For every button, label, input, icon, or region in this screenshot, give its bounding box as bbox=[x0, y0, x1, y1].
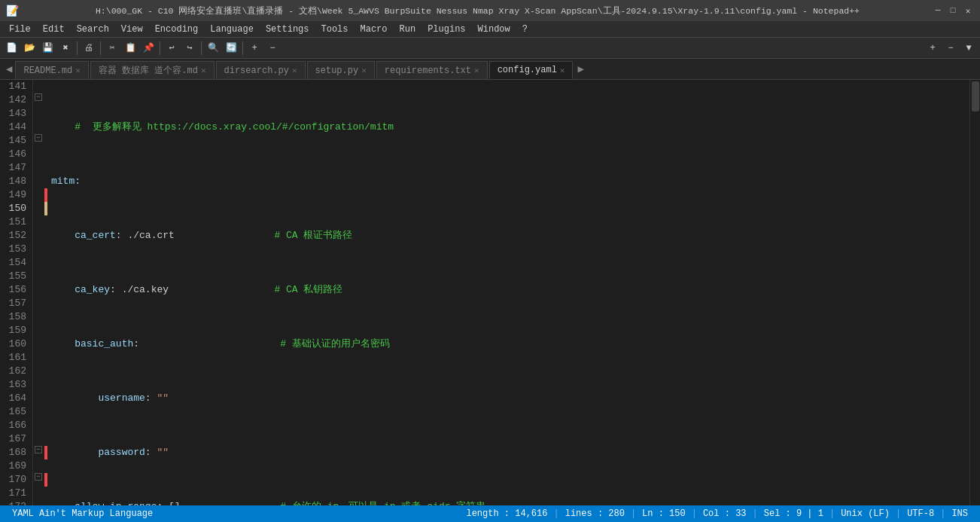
fold-marker-proxy-header[interactable]: − bbox=[35, 473, 42, 481]
menu-item-view[interactable]: View bbox=[115, 23, 149, 36]
chevron-down-button[interactable]: ▼ bbox=[960, 40, 977, 56]
tab-container-close[interactable]: ✕ bbox=[201, 66, 206, 75]
find-button[interactable]: 🔍 bbox=[205, 40, 221, 56]
tab-readme-close[interactable]: ✕ bbox=[75, 66, 81, 75]
maximize-button[interactable]: □ bbox=[947, 5, 959, 17]
code-editor[interactable]: # 更多解释见 https://docs.xray.cool/#/configr… bbox=[48, 80, 969, 505]
close-all-button[interactable]: ✖ bbox=[57, 40, 74, 56]
zoom-out-button[interactable]: − bbox=[264, 40, 281, 56]
tab-setup[interactable]: setup.py ✕ bbox=[307, 61, 375, 79]
statusbar: YAML Ain't Markup Language length : 14,6… bbox=[0, 505, 980, 522]
code-line-147: password: "" bbox=[51, 446, 966, 459]
line-num-157: 157 bbox=[6, 297, 26, 310]
fold-marker-mitm[interactable]: − bbox=[35, 93, 42, 101]
undo-button[interactable]: ↩ bbox=[163, 40, 180, 56]
replace-button[interactable]: 🔄 bbox=[223, 40, 239, 56]
menu-item-macro[interactable]: Macro bbox=[355, 23, 394, 36]
fold-marker-queue[interactable]: − bbox=[35, 446, 42, 453]
line-num-141: 141 bbox=[6, 80, 26, 93]
status-lang[interactable]: YAML Ain't Markup Language bbox=[6, 508, 159, 519]
menu-item-run[interactable]: Run bbox=[394, 23, 422, 36]
scrollbar-thumb[interactable] bbox=[972, 81, 979, 111]
menu-item-search[interactable]: Search bbox=[71, 23, 115, 36]
print-button[interactable]: 🖨 bbox=[81, 40, 97, 56]
code-line-141: # 更多解释见 https://docs.xray.cool/#/configr… bbox=[51, 121, 966, 134]
line-num-168: 168 bbox=[6, 446, 26, 459]
save-button[interactable]: 💾 bbox=[39, 40, 56, 56]
line-num-169: 169 bbox=[6, 459, 26, 473]
line-num-151: 151 bbox=[6, 215, 26, 229]
menu-item-encoding[interactable]: Encoding bbox=[149, 23, 205, 36]
tab-requirements[interactable]: requirements.txt ✕ bbox=[376, 61, 488, 79]
tab-config-label: config.yaml bbox=[498, 65, 557, 75]
change-bar-168 bbox=[44, 446, 47, 459]
zoom-in-button[interactable]: + bbox=[246, 40, 263, 56]
copy-button[interactable]: 📋 bbox=[122, 40, 138, 56]
line-num-143: 143 bbox=[6, 107, 26, 121]
line-num-142: 142 bbox=[6, 93, 26, 107]
toolbar-separator-4 bbox=[201, 41, 202, 55]
tab-setup-close[interactable]: ✕ bbox=[361, 66, 367, 75]
line-num-170: 170 bbox=[6, 473, 26, 487]
toolbar-separator-3 bbox=[160, 41, 160, 55]
menu-item-file[interactable]: File bbox=[3, 23, 37, 36]
status-encoding[interactable]: UTF-8 bbox=[901, 508, 940, 519]
tab-requirements-label: requirements.txt bbox=[385, 66, 471, 76]
cut-button[interactable]: ✂ bbox=[104, 40, 120, 56]
tab-readme[interactable]: README.md ✕ bbox=[15, 61, 88, 79]
tab-container[interactable]: 容器 数据库 道个容.md ✕ bbox=[90, 61, 215, 79]
status-lines[interactable]: lines : 280 bbox=[559, 508, 631, 519]
minimize-button[interactable]: ─ bbox=[932, 5, 944, 17]
fold-column: − − − − bbox=[33, 80, 44, 505]
tab-scroll-left[interactable]: ◀ bbox=[3, 63, 15, 75]
tab-dirsearch-label: dirsearch.py bbox=[224, 66, 289, 76]
line-num-167: 167 bbox=[6, 432, 26, 446]
status-sel[interactable]: Sel : 9 | 1 bbox=[758, 508, 829, 519]
menu-item-language[interactable]: Language bbox=[204, 23, 260, 36]
line-num-144: 144 bbox=[6, 121, 26, 134]
menu-item-tools[interactable]: Tools bbox=[315, 23, 354, 36]
titlebar: 📝 H:\000_GK - C10 网络安全直播班\直播录播 - 文档\Week… bbox=[0, 0, 980, 21]
tab-config-close[interactable]: ✕ bbox=[560, 66, 565, 75]
line-num-158: 158 bbox=[6, 310, 26, 324]
menu-item-settings[interactable]: Settings bbox=[260, 23, 315, 36]
menu-item-edit[interactable]: Edit bbox=[37, 23, 71, 36]
vertical-scrollbar[interactable] bbox=[969, 80, 980, 505]
line-num-147: 147 bbox=[6, 161, 26, 175]
plus-button[interactable]: + bbox=[924, 40, 941, 56]
paste-button[interactable]: 📌 bbox=[140, 40, 157, 56]
line-num-161: 161 bbox=[6, 351, 26, 365]
menu-item-plugins[interactable]: Plugins bbox=[422, 23, 471, 36]
tab-setup-label: setup.py bbox=[315, 66, 359, 76]
menu-item-?[interactable]: ? bbox=[516, 23, 534, 36]
status-length[interactable]: length : 14,616 bbox=[460, 508, 553, 519]
tab-dirsearch-close[interactable]: ✕ bbox=[292, 66, 297, 75]
tab-config[interactable]: config.yaml ✕ bbox=[489, 61, 574, 79]
line-num-162: 162 bbox=[6, 365, 26, 378]
status-unix[interactable]: Unix (LF) bbox=[835, 508, 896, 519]
titlebar-icon: 📝 bbox=[6, 5, 19, 17]
minus-button[interactable]: − bbox=[942, 40, 959, 56]
line-num-145: 145 bbox=[6, 134, 26, 148]
tab-requirements-close[interactable]: ✕ bbox=[474, 66, 479, 75]
new-file-button[interactable]: 📄 bbox=[3, 40, 20, 56]
code-line-145: basic_auth: # 基础认证的用户名密码 bbox=[51, 337, 966, 351]
status-col[interactable]: Col : 33 bbox=[697, 508, 753, 519]
fold-marker-basic[interactable]: − bbox=[35, 134, 42, 142]
window-title: H:\000_GK - C10 网络安全直播班\直播录播 - 文档\Week 5… bbox=[23, 5, 932, 17]
status-ins[interactable]: INS bbox=[945, 508, 974, 519]
close-button[interactable]: ✕ bbox=[962, 5, 974, 17]
line-num-154: 154 bbox=[6, 256, 26, 270]
tab-scroll-right[interactable]: ▶ bbox=[574, 63, 586, 75]
line-num-160: 160 bbox=[6, 337, 26, 351]
status-ln[interactable]: Ln : 150 bbox=[636, 508, 692, 519]
menu-item-window[interactable]: Window bbox=[472, 23, 516, 36]
code-line-143: ca_cert: ./ca.crt # CA 根证书路径 bbox=[51, 229, 966, 243]
change-bar-170 bbox=[44, 473, 47, 487]
open-file-button[interactable]: 📂 bbox=[21, 40, 38, 56]
line-num-148: 148 bbox=[6, 175, 26, 188]
tab-dirsearch[interactable]: dirsearch.py ✕ bbox=[216, 61, 306, 79]
tab-readme-label: README.md bbox=[23, 66, 72, 76]
tab-container-label: 容器 数据库 道个容.md bbox=[99, 64, 198, 77]
redo-button[interactable]: ↪ bbox=[181, 40, 198, 56]
